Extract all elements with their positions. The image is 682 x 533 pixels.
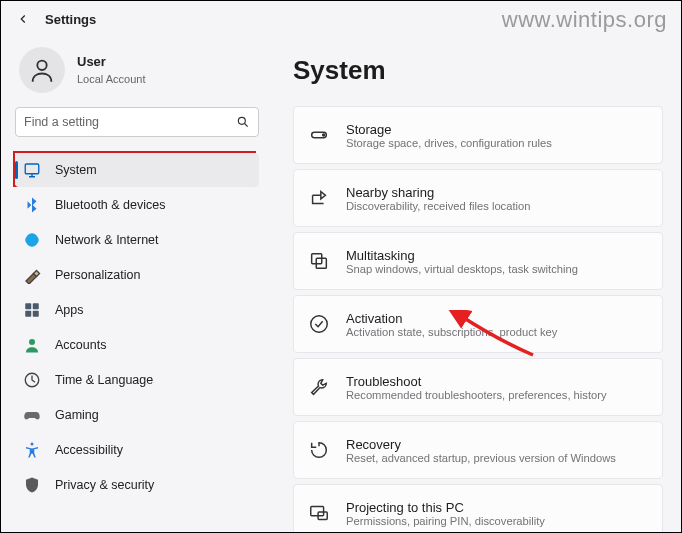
svg-rect-6 <box>33 311 39 317</box>
svg-point-1 <box>238 117 245 124</box>
card-activation[interactable]: Activation Activation state, subscriptio… <box>293 295 663 353</box>
user-info: User Local Account <box>77 54 146 87</box>
card-title: Multitasking <box>346 248 578 263</box>
window-header: Settings <box>1 1 681 33</box>
main: System Storage Storage space, drives, co… <box>271 33 681 533</box>
sidebar-item-label: Personalization <box>55 268 140 282</box>
search-input[interactable] <box>24 115 236 129</box>
card-recovery[interactable]: Recovery Reset, advanced startup, previo… <box>293 421 663 479</box>
search-box[interactable] <box>15 107 259 137</box>
card-subtitle: Discoverability, received files location <box>346 200 530 212</box>
sidebar-item-accounts[interactable]: Accounts <box>15 328 259 362</box>
card-subtitle: Reset, advanced startup, previous versio… <box>346 452 616 464</box>
apps-icon <box>23 301 41 319</box>
svg-point-14 <box>311 316 328 333</box>
share-icon <box>308 187 330 209</box>
sidebar-item-label: Accounts <box>55 338 106 352</box>
page-title: System <box>293 55 663 86</box>
sidebar-item-label: Network & Internet <box>55 233 159 247</box>
svg-point-7 <box>29 339 35 345</box>
sidebar-item-bluetooth[interactable]: Bluetooth & devices <box>15 188 259 222</box>
user-name: User <box>77 54 146 69</box>
card-title: Activation <box>346 311 557 326</box>
sidebar-item-privacy[interactable]: Privacy & security <box>15 468 259 502</box>
svg-rect-3 <box>25 303 31 309</box>
user-account-type: Local Account <box>77 73 146 85</box>
sidebar-item-label: Accessibility <box>55 443 123 457</box>
projecting-icon <box>308 502 330 524</box>
gaming-icon <box>23 406 41 424</box>
card-subtitle: Snap windows, virtual desktops, task swi… <box>346 263 578 275</box>
svg-rect-15 <box>311 507 324 516</box>
storage-icon <box>308 124 330 146</box>
search-icon <box>236 115 250 129</box>
bluetooth-icon <box>23 196 41 214</box>
troubleshoot-icon <box>308 376 330 398</box>
card-troubleshoot[interactable]: Troubleshoot Recommended troubleshooters… <box>293 358 663 416</box>
sidebar-item-label: Apps <box>55 303 84 317</box>
accessibility-icon <box>23 441 41 459</box>
sidebar-item-network[interactable]: Network & Internet <box>15 223 259 257</box>
sidebar-item-label: Time & Language <box>55 373 153 387</box>
system-icon <box>23 161 41 179</box>
card-multitasking[interactable]: Multitasking Snap windows, virtual deskt… <box>293 232 663 290</box>
user-profile[interactable]: User Local Account <box>15 39 259 107</box>
recovery-icon <box>308 439 330 461</box>
card-subtitle: Recommended troubleshooters, preferences… <box>346 389 607 401</box>
svg-rect-4 <box>33 303 39 309</box>
activation-icon <box>308 313 330 335</box>
card-subtitle: Permissions, pairing PIN, discoverabilit… <box>346 515 545 527</box>
card-subtitle: Storage space, drives, configuration rul… <box>346 137 552 149</box>
svg-point-9 <box>31 443 34 446</box>
svg-point-11 <box>323 134 325 136</box>
sidebar-item-personalization[interactable]: Personalization <box>15 258 259 292</box>
card-storage[interactable]: Storage Storage space, drives, configura… <box>293 106 663 164</box>
svg-rect-2 <box>25 164 39 174</box>
avatar <box>19 47 65 93</box>
svg-point-0 <box>37 61 46 70</box>
card-title: Recovery <box>346 437 616 452</box>
svg-rect-5 <box>25 311 31 317</box>
settings-cards: Storage Storage space, drives, configura… <box>293 106 663 533</box>
sidebar-item-label: Bluetooth & devices <box>55 198 166 212</box>
card-title: Troubleshoot <box>346 374 607 389</box>
privacy-icon <box>23 476 41 494</box>
card-projecting[interactable]: Projecting to this PC Permissions, pairi… <box>293 484 663 533</box>
network-icon <box>23 231 41 249</box>
header-title: Settings <box>45 12 96 27</box>
sidebar-item-gaming[interactable]: Gaming <box>15 398 259 432</box>
accounts-icon <box>23 336 41 354</box>
sidebar-item-label: System <box>55 163 97 177</box>
sidebar-item-time-language[interactable]: Time & Language <box>15 363 259 397</box>
sidebar-item-system[interactable]: System <box>15 153 259 187</box>
card-title: Nearby sharing <box>346 185 530 200</box>
nav: System Bluetooth & devices Network & Int… <box>15 153 259 502</box>
sidebar-item-label: Gaming <box>55 408 99 422</box>
back-button[interactable] <box>15 11 31 27</box>
sidebar-item-accessibility[interactable]: Accessibility <box>15 433 259 467</box>
sidebar: User Local Account System Bluetooth & de… <box>1 33 271 533</box>
card-subtitle: Activation state, subscriptions, product… <box>346 326 557 338</box>
sidebar-item-label: Privacy & security <box>55 478 154 492</box>
card-title: Projecting to this PC <box>346 500 545 515</box>
card-title: Storage <box>346 122 552 137</box>
personalization-icon <box>23 266 41 284</box>
card-nearby-sharing[interactable]: Nearby sharing Discoverability, received… <box>293 169 663 227</box>
sidebar-item-apps[interactable]: Apps <box>15 293 259 327</box>
time-language-icon <box>23 371 41 389</box>
multitasking-icon <box>308 250 330 272</box>
